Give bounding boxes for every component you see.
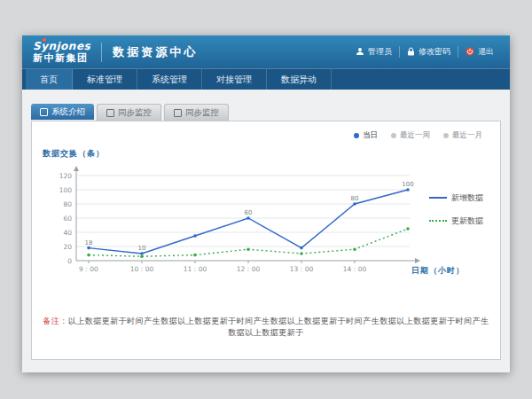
change-password-label: 修改密码 [419, 46, 450, 58]
logout-button[interactable]: 退出 [458, 46, 501, 58]
legend-dot-icon [354, 133, 359, 138]
filter-last-week[interactable]: 最近一周 [391, 130, 430, 141]
tab-grid-icon [40, 108, 48, 116]
logo-text: Synjones [33, 41, 90, 51]
legend-label: 新增数据 [451, 192, 483, 204]
tab-label: 同步监控 [185, 107, 219, 119]
note-prefix: 备注： [43, 317, 68, 325]
page-title: 数据资源中心 [113, 44, 198, 60]
user-icon [356, 47, 364, 58]
svg-text:18: 18 [85, 239, 93, 246]
tab-bar: 系统介绍 同步监控 同步监控 [31, 104, 510, 121]
filter-label: 最近一周 [400, 130, 430, 141]
svg-text:12：00: 12：00 [237, 265, 261, 273]
app-header: Synjones 新中新集团 数据资源中心 管理员 修改密码 [22, 35, 510, 68]
admin-user-button[interactable]: 管理员 [348, 46, 399, 58]
change-password-button[interactable]: 修改密码 [399, 46, 458, 58]
note-text: 以上数据更新于时间产生数据以上数据更新于时间产生数据以上数据更新于时间产生数据以… [68, 317, 489, 337]
legend-dot-icon [443, 133, 449, 138]
svg-text:11：00: 11：00 [184, 265, 207, 273]
nav-item-interface-mgmt[interactable]: 对接管理 [202, 69, 267, 90]
legend-updated-data[interactable]: 更新数据 [429, 215, 483, 227]
tab-grid-icon [174, 109, 182, 117]
tab-grid-icon [106, 109, 114, 117]
line-chart: 0204060801001209：0010：0011：0012：0013：001… [43, 161, 424, 287]
filter-label: 最近一月 [452, 130, 482, 141]
tab-system-intro[interactable]: 系统介绍 [31, 104, 94, 120]
svg-text:100: 100 [402, 181, 413, 188]
app-window: Synjones 新中新集团 数据资源中心 管理员 修改密码 [22, 35, 510, 372]
power-icon [466, 47, 474, 58]
svg-text:120: 120 [59, 172, 73, 180]
solid-line-icon [429, 197, 447, 199]
lock-icon [407, 47, 415, 58]
nav-item-system-mgmt[interactable]: 系统管理 [137, 69, 202, 90]
svg-text:40: 40 [63, 229, 72, 237]
svg-text:0: 0 [67, 257, 72, 265]
admin-user-label: 管理员 [368, 46, 392, 58]
legend-label: 更新数据 [451, 215, 483, 227]
svg-text:10: 10 [138, 245, 146, 252]
period-filters: 当日 最近一周 最近一月 [354, 130, 482, 141]
tab-label: 同步监控 [118, 107, 152, 119]
logout-label: 退出 [478, 46, 494, 58]
filter-last-month[interactable]: 最近一月 [443, 130, 482, 141]
logo-subtext: 新中新集团 [33, 53, 90, 63]
svg-text:100: 100 [59, 186, 73, 194]
filter-label: 当日 [363, 130, 378, 141]
nav-item-standard-mgmt[interactable]: 标准管理 [73, 69, 137, 90]
header-divider [101, 43, 102, 62]
content-area: 系统介绍 同步监控 同步监控 当日 [22, 90, 510, 372]
svg-text:60: 60 [245, 209, 253, 216]
tab-sync-monitor-1[interactable]: 同步监控 [97, 104, 161, 121]
svg-text:80: 80 [351, 195, 359, 202]
x-axis-title: 日期（小时） [411, 265, 465, 277]
main-nav: 首页 标准管理 系统管理 对接管理 数据异动 [22, 68, 510, 90]
legend-new-data[interactable]: 新增数据 [429, 192, 483, 204]
svg-text:80: 80 [63, 200, 72, 208]
footer-note: 备注：以上数据更新于时间产生数据以上数据更新于时间产生数据以上数据更新于时间产生… [43, 316, 489, 339]
tab-label: 系统介绍 [51, 106, 85, 118]
tab-sync-monitor-2[interactable]: 同步监控 [164, 104, 229, 121]
logo: Synjones 新中新集团 [31, 41, 90, 63]
desktop-background: Synjones 新中新集团 数据资源中心 管理员 修改密码 [0, 0, 532, 399]
svg-text:9：00: 9：00 [79, 265, 98, 273]
nav-item-data-change[interactable]: 数据异动 [267, 69, 332, 90]
y-axis-title: 数据交换（条） [43, 148, 489, 160]
filter-today[interactable]: 当日 [354, 130, 378, 141]
chart-panel: 当日 最近一周 最近一月 数据交换（条） 0204060801001209：00… [31, 121, 501, 360]
svg-text:60: 60 [63, 215, 72, 223]
svg-text:14：00: 14：00 [343, 265, 367, 273]
svg-text:10：00: 10：00 [130, 265, 154, 273]
legend-dot-icon [391, 133, 396, 138]
chart-row: 0204060801001209：0010：0011：0012：0013：001… [43, 161, 489, 287]
header-actions: 管理员 修改密码 退出 [348, 46, 501, 58]
svg-text:13：00: 13：00 [290, 265, 314, 273]
logo-dot [43, 38, 46, 42]
svg-text:20: 20 [63, 243, 72, 251]
nav-item-home[interactable]: 首页 [26, 69, 73, 90]
dotted-line-icon [429, 220, 447, 222]
